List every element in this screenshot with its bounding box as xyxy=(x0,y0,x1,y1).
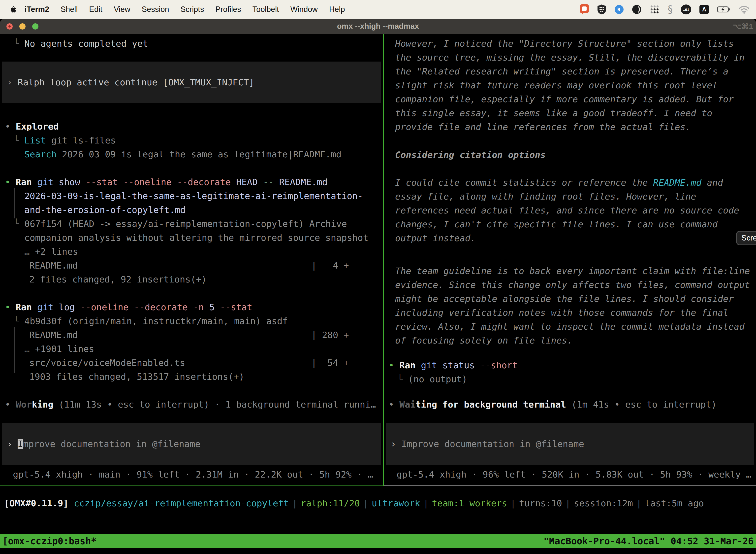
waiting-status-line: • Waiting for background terminal (1m 41… xyxy=(389,398,716,411)
ralph-loop-text: Ralph loop active continue [OMX_TMUX_INJ… xyxy=(18,77,254,88)
working-status-line: • Working (11m 13s • esc to interrupt) ·… xyxy=(5,398,376,411)
thinking-paragraph-line: evidence. Since this change only affects… xyxy=(395,278,750,292)
menu-item-iterm2[interactable]: iTerm2 xyxy=(19,5,55,14)
chat-icon[interactable] xyxy=(580,4,589,15)
show-output-more-lines: … +2 lines xyxy=(24,245,78,259)
terminal-area: └ No agents completed yet › Ralph loop a… xyxy=(0,34,756,554)
show-output-commit-2: companion analysis without altering the … xyxy=(24,231,368,245)
thinking-paragraph-line: provide file and line references from th… xyxy=(395,120,691,134)
prompt-input-left[interactable]: › Improve documentation in @filename xyxy=(2,423,381,465)
screen: iTerm2 Shell Edit View Session Scripts P… xyxy=(0,0,756,554)
prompt-chevron: › xyxy=(7,439,18,449)
window-shortcut-badge: ⌥⌘1 xyxy=(733,22,753,31)
battery-icon[interactable] xyxy=(717,6,731,13)
zoom-button[interactable] xyxy=(32,23,39,30)
log-stat-summary: 1903 files changed, 513517 insertions(+) xyxy=(29,370,244,384)
show-stat-summary: 2 files changed, 92 insertions(+) xyxy=(29,273,207,286)
last-activity: last:5m ago xyxy=(645,498,704,508)
window-titlebar[interactable]: omx --xhigh --madmax ⌥⌘1 xyxy=(0,19,756,34)
omx-branch-path: cczip/essay/ai-reimplementation-copyleft xyxy=(68,498,289,508)
log-stat-count-2: | 54 + xyxy=(311,356,349,370)
menu-item-toolbelt[interactable]: Toolbelt xyxy=(247,5,285,14)
menu-item-profiles[interactable]: Profiles xyxy=(209,5,247,14)
thinking-paragraph-line: this single essay, it seems like a good … xyxy=(395,106,712,120)
thinking-paragraph-line: companion file, especially if more comme… xyxy=(395,92,734,106)
show-stat-count: | 4 + xyxy=(311,259,349,273)
window-title: omx --xhigh --madmax xyxy=(337,22,419,31)
thinking-paragraph-line: the "Related research writing" section i… xyxy=(395,64,729,78)
menu-item-view[interactable]: View xyxy=(108,5,136,14)
tmux-status-bar[interactable]: [omx-cczip0:bash* "MacBook-Pro-44.local"… xyxy=(0,534,756,548)
team-workers: team:1 workers xyxy=(432,498,507,508)
mode-badge: ultrawork xyxy=(372,498,420,508)
prompt-chevron: › xyxy=(391,439,401,449)
menubar-status-icons: § ..61 A xyxy=(580,4,750,15)
tmux-pane-right[interactable]: However, I noticed the "Directory Struct… xyxy=(384,34,756,486)
omx-version: [OMX#0.11.9] xyxy=(4,498,68,508)
thinking-paragraph-line: including verification notes with those … xyxy=(395,306,729,320)
show-stat-file: README.md xyxy=(29,259,78,273)
thinking-paragraph-line: review. Also, I might want to inspect th… xyxy=(395,320,745,334)
log-stat-file-2: src/voice/voiceModeEnabled.ts xyxy=(29,356,185,370)
prompt-input-right[interactable]: › Improve documentation in @filename xyxy=(386,423,754,465)
menu-item-help[interactable]: Help xyxy=(323,5,351,14)
ran-git-log-command: • Ran git log --oneline --decorate -n 5 … xyxy=(5,300,252,314)
thinking-paragraph-line: of focusing solely on file lines. xyxy=(395,334,572,347)
traffic-lights xyxy=(6,19,39,34)
log-stat-count-1: | 280 + xyxy=(311,328,349,342)
tree-corner-glyph: └ xyxy=(14,39,24,49)
explored-search-line: Search 2026-03-09-is-legal-the-same-as-l… xyxy=(24,148,341,161)
omx-status-line: [OMX#0.11.9] cczip/essay/ai-reimplementa… xyxy=(4,496,704,510)
thinking-paragraph-line: The team guideline is to back every impo… xyxy=(395,264,750,278)
dots-grid-icon[interactable] xyxy=(649,4,659,14)
close-button[interactable] xyxy=(6,23,13,30)
badge-a-icon[interactable]: A xyxy=(699,5,709,14)
explored-list-line: └ List git ls-files xyxy=(14,133,116,148)
thinking-paragraph-line: the source tree, missing the essay. Stil… xyxy=(395,51,745,64)
active-pane-border xyxy=(0,486,383,486)
menu-item-window[interactable]: Window xyxy=(285,5,323,14)
no-agents-line: └ No agents completed yet xyxy=(14,37,148,51)
shield-grid-icon[interactable] xyxy=(597,4,606,15)
thinking-paragraph-line: slight risk that future readers may over… xyxy=(395,78,717,92)
text-cursor: I xyxy=(18,439,23,449)
menu-item-scripts[interactable]: Scripts xyxy=(175,5,210,14)
session-meta-right: gpt-5.4 xhigh · 96% left · 520K in · 5.8… xyxy=(397,467,751,482)
prompt-chevron: › xyxy=(7,77,18,88)
log-stat-file-1: README.md xyxy=(29,328,78,342)
session-meta-left: gpt-5.4 xhigh · main · 91% left · 2.31M … xyxy=(13,467,373,482)
badge-61-icon[interactable]: ..61 xyxy=(681,4,691,14)
show-output-commit: └ 067f154 (HEAD -> essay/ai-reimplementa… xyxy=(14,217,347,231)
ralph-progress: ralph:11/20 xyxy=(301,498,360,508)
wifi-icon[interactable] xyxy=(739,5,750,14)
log-output-more-lines: … +1901 lines xyxy=(24,342,94,356)
iterm2-window: omx --xhigh --madmax ⌥⌘1 └ No agents com… xyxy=(0,19,756,554)
thinking-paragraph-line: essay file, along with finding root file… xyxy=(395,189,696,204)
screen-tooltip[interactable]: Scre xyxy=(736,231,756,245)
session-duration: session:12m xyxy=(574,498,633,508)
show-output-filename-2: and-the-erosion-of-copyleft.md xyxy=(24,203,186,217)
section-hook-icon[interactable]: § xyxy=(668,4,673,14)
tmux-host-clock: "MacBook-Pro-44.local" 04:52 31-Mar-26 xyxy=(544,536,754,547)
menu-item-edit[interactable]: Edit xyxy=(83,5,108,14)
ran-git-show-command: • Ran git show --stat --oneline --decora… xyxy=(5,175,328,189)
pane-divider[interactable] xyxy=(383,34,384,486)
turns-count: turns:10 xyxy=(519,498,562,508)
zap-circle-icon[interactable] xyxy=(614,5,624,14)
tmux-pane-left[interactable]: └ No agents completed yet › Ralph loop a… xyxy=(0,34,383,486)
menu-item-session[interactable]: Session xyxy=(136,5,175,14)
inactive-pane-border xyxy=(384,486,756,486)
thinking-paragraph-line: output instead. xyxy=(395,231,476,245)
show-output-filename-1: 2026-03-09-is-legal-the-same-as-legitima… xyxy=(24,189,363,203)
minimize-button[interactable] xyxy=(19,23,25,30)
menu-item-shell[interactable]: Shell xyxy=(55,5,83,14)
thinking-paragraph-line: changes, I can't cite specific file line… xyxy=(395,217,717,231)
readme-link: README.md xyxy=(653,177,701,188)
apple-icon[interactable] xyxy=(10,5,16,13)
thinking-paragraph-line: I could cite commit statistics or refere… xyxy=(395,176,723,189)
crescent-circle-icon[interactable] xyxy=(632,5,641,14)
input-placeholder-text: mprove documentation in @filename xyxy=(23,439,200,449)
thinking-paragraph-line: might be acceptable alongside the file l… xyxy=(395,292,734,306)
ralph-inject-box: › Ralph loop active continue [OMX_TMUX_I… xyxy=(2,62,381,103)
status-no-output: └ (no output) xyxy=(397,372,467,386)
